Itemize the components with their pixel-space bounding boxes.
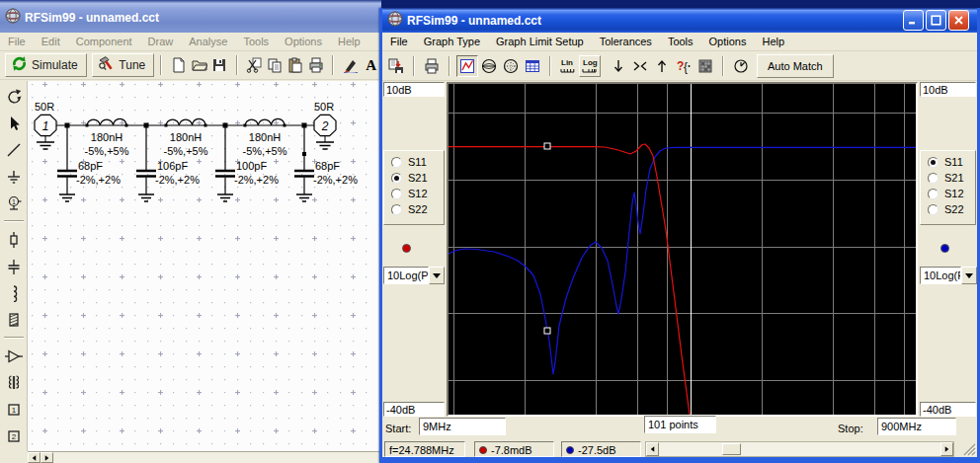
- schematic-canvas[interactable]: 50R 1 50R 2: [28, 81, 379, 451]
- trace-color-dot-blue[interactable]: [940, 244, 949, 253]
- port1-tool-icon[interactable]: 1: [2, 398, 26, 421]
- radio-s11[interactable]: [928, 157, 939, 168]
- clock-button[interactable]: [730, 55, 752, 77]
- menu-tools[interactable]: Tools: [235, 34, 277, 49]
- start-freq-input[interactable]: [419, 418, 506, 435]
- radio-s21[interactable]: [928, 173, 939, 184]
- circuit-port-1[interactable]: 50R 1: [35, 101, 56, 149]
- resize-grip[interactable]: [961, 441, 977, 457]
- transformer-tool-icon[interactable]: [2, 371, 26, 394]
- menu-options[interactable]: Options: [277, 34, 330, 49]
- radio-s22[interactable]: [391, 204, 402, 215]
- menu-help[interactable]: Help: [754, 34, 792, 49]
- draw-pen-button[interactable]: [340, 54, 361, 76]
- copy-button[interactable]: [265, 54, 286, 76]
- menu-component[interactable]: Component: [68, 34, 140, 49]
- log-scale-button[interactable]: Log: [579, 55, 601, 77]
- select-tool-icon[interactable]: [2, 112, 26, 134]
- source-port-tool-icon[interactable]: 1: [2, 192, 26, 214]
- menu-graph-type[interactable]: Graph Type: [416, 34, 488, 49]
- open-file-button[interactable]: [189, 54, 209, 76]
- tune-button[interactable]: Tune: [92, 53, 154, 77]
- amplifier-tool-icon[interactable]: [2, 345, 26, 367]
- port2-tool-icon[interactable]: 2: [2, 424, 26, 447]
- crystal-tool-icon[interactable]: [2, 308, 26, 331]
- tolerance-analysis-button[interactable]: ?{: [673, 55, 694, 77]
- scroll-left-button[interactable]: [646, 442, 659, 456]
- marker-s21[interactable]: [544, 143, 550, 149]
- linear-scale-button[interactable]: Lin: [557, 55, 579, 77]
- auto-match-button[interactable]: Auto Match: [757, 54, 834, 78]
- scale-up-button[interactable]: [651, 55, 673, 77]
- sparam-plot[interactable]: [447, 82, 918, 417]
- menu-edit[interactable]: Edit: [34, 34, 68, 49]
- new-file-button[interactable]: [168, 54, 189, 76]
- radio-row-s21[interactable]: S21: [391, 170, 444, 186]
- radio-row-s11[interactable]: S11: [928, 154, 975, 170]
- scroll-left-button[interactable]: [28, 452, 41, 463]
- radio-row-s12[interactable]: S12: [391, 186, 444, 201]
- schematic-titlebar[interactable]: RFSim99 - unnamed.cct: [0, 0, 381, 33]
- menu-file[interactable]: File: [382, 34, 416, 49]
- y-axis-bottom-right[interactable]: -40dB: [920, 402, 976, 417]
- menu-help[interactable]: Help: [330, 34, 368, 49]
- scrollbar-thumb[interactable]: [722, 443, 741, 455]
- text-tool-button[interactable]: A: [361, 54, 381, 76]
- y-axis-top-right[interactable]: 10dB: [920, 82, 976, 97]
- scroll-right-button[interactable]: [940, 442, 953, 456]
- trace-color-dot-red[interactable]: [402, 244, 411, 253]
- menu-analyse[interactable]: Analyse: [181, 34, 235, 49]
- polar-chart-button[interactable]: [500, 55, 522, 77]
- combo-drop-button[interactable]: [961, 267, 977, 284]
- circuit-port-2[interactable]: 50R 2: [314, 101, 336, 149]
- scale-combo-right[interactable]: 10Log(P: [920, 267, 977, 284]
- table-view-button[interactable]: [522, 55, 543, 77]
- scale-down-button[interactable]: [608, 55, 629, 77]
- inductor-tool-icon[interactable]: [2, 281, 26, 304]
- cursor-scrollbar[interactable]: [645, 441, 954, 457]
- paste-button[interactable]: [286, 54, 306, 76]
- capacitor-tool-icon[interactable]: [2, 255, 26, 277]
- radio-row-s12[interactable]: S12: [928, 186, 975, 201]
- radio-row-s21[interactable]: S21: [928, 170, 975, 186]
- radio-s22[interactable]: [928, 204, 939, 215]
- rect-graph-button[interactable]: [456, 55, 478, 77]
- y-axis-bottom-left[interactable]: -40dB: [383, 402, 445, 417]
- print-button[interactable]: [305, 54, 326, 76]
- minimize-button[interactable]: [903, 10, 924, 31]
- radio-s11[interactable]: [391, 157, 402, 168]
- ground-tool-icon[interactable]: [2, 165, 26, 188]
- menu-tools[interactable]: Tools: [660, 34, 701, 49]
- radio-row-s11[interactable]: S11: [391, 154, 444, 170]
- save-button[interactable]: [209, 54, 230, 76]
- canvas-hscrollbar[interactable]: [28, 451, 379, 463]
- radio-s12[interactable]: [391, 189, 402, 199]
- autoscale-button[interactable]: [629, 55, 651, 77]
- graph-titlebar[interactable]: RFSim99 - unnamed.cct: [382, 8, 977, 33]
- close-button[interactable]: [948, 10, 969, 31]
- radio-s21[interactable]: [391, 173, 402, 184]
- resistor-tool-icon[interactable]: [2, 228, 26, 251]
- menu-draw[interactable]: Draw: [140, 34, 182, 49]
- menu-graph-limit-setup[interactable]: Graph Limit Setup: [488, 34, 592, 49]
- y-axis-top-left[interactable]: 10dB: [383, 82, 445, 97]
- maximize-button[interactable]: [926, 10, 946, 31]
- scroll-right-button[interactable]: [41, 452, 53, 463]
- points-input[interactable]: [644, 416, 716, 433]
- menu-tolerances[interactable]: Tolerances: [592, 34, 660, 49]
- smith-chart-button[interactable]: [478, 55, 500, 77]
- rotate-tool-icon[interactable]: [2, 85, 26, 108]
- combo-drop-button[interactable]: [429, 267, 445, 284]
- print-graph-button[interactable]: [421, 55, 443, 77]
- stop-freq-input[interactable]: [877, 418, 956, 435]
- monte-carlo-button[interactable]: [694, 55, 716, 77]
- radio-row-s22[interactable]: S22: [928, 201, 975, 217]
- wire-tool-icon[interactable]: [2, 138, 26, 161]
- cut-button[interactable]: [244, 54, 265, 76]
- scale-combo-left[interactable]: 10Log(P: [383, 267, 445, 284]
- menu-options[interactable]: Options: [701, 34, 755, 49]
- menu-file[interactable]: File: [0, 34, 34, 49]
- export-results-button[interactable]: [385, 55, 407, 77]
- simulate-button[interactable]: Simulate: [5, 53, 87, 77]
- radio-row-s22[interactable]: S22: [391, 201, 444, 217]
